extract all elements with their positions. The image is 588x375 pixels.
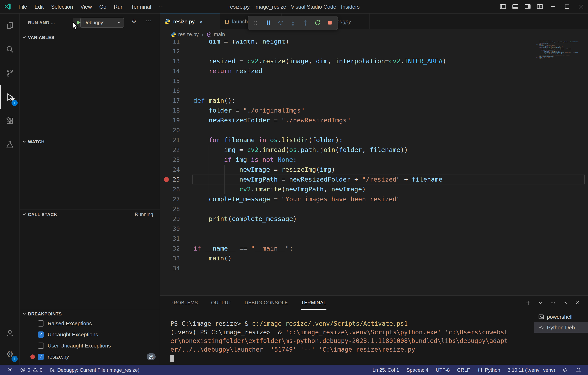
customize-layout-icon[interactable] bbox=[534, 0, 546, 13]
terminal-item-python-debug[interactable]: Python Deb... bbox=[534, 322, 588, 333]
remote-indicator-icon[interactable] bbox=[4, 365, 16, 375]
stop-icon[interactable] bbox=[324, 17, 336, 29]
gutter[interactable]: 17 bbox=[160, 96, 193, 106]
eol-status[interactable]: CRLF bbox=[454, 365, 473, 375]
sidebar-item-testing[interactable] bbox=[0, 133, 20, 157]
code-line-16[interactable]: 16 bbox=[160, 86, 588, 96]
minimize-icon[interactable] bbox=[546, 0, 560, 13]
account-icon[interactable] bbox=[0, 323, 20, 343]
menu-edit[interactable]: Edit bbox=[31, 1, 47, 12]
breadcrumb-symbol[interactable]: main bbox=[206, 32, 225, 37]
breakpoint-item-user-uncaught-exceptions[interactable]: User Uncaught Exceptions bbox=[20, 340, 160, 351]
toggle-sidebar-icon[interactable] bbox=[497, 0, 509, 13]
gutter[interactable]: 23 bbox=[160, 155, 193, 165]
breakpoint-checkbox[interactable] bbox=[38, 320, 44, 327]
sidebar-item-source-control[interactable] bbox=[0, 61, 20, 85]
code-line-29[interactable]: 29print(complete_message) bbox=[160, 214, 588, 224]
close-tab-icon[interactable]: × bbox=[200, 18, 203, 25]
tab-resize-py[interactable]: resize.py × bbox=[160, 13, 220, 29]
gutter[interactable]: 29 bbox=[160, 214, 193, 224]
gutter[interactable]: 11 bbox=[160, 40, 193, 46]
step-over-icon[interactable] bbox=[274, 17, 287, 29]
gutter[interactable]: 14 bbox=[160, 66, 193, 76]
menu-view[interactable]: View bbox=[77, 1, 96, 12]
pause-icon[interactable] bbox=[262, 17, 274, 29]
problems-status[interactable]: 0 0 bbox=[17, 365, 45, 375]
step-out-icon[interactable] bbox=[299, 17, 311, 29]
gutter[interactable]: 22 bbox=[160, 145, 193, 155]
code-line-11[interactable]: 11dim = (width, height) bbox=[160, 40, 588, 46]
panel-tab-terminal[interactable]: TERMINAL bbox=[301, 296, 326, 310]
menu-overflow[interactable]: ⋯ bbox=[155, 1, 168, 12]
cursor-position[interactable]: Ln 25, Col 1 bbox=[369, 365, 402, 375]
notifications-bell-icon[interactable] bbox=[573, 365, 584, 375]
new-terminal-icon[interactable] bbox=[524, 299, 532, 307]
gutter[interactable]: 15 bbox=[160, 76, 193, 86]
debug-settings-gear-icon[interactable]: ⚙ bbox=[131, 18, 136, 25]
menu-terminal[interactable]: Terminal bbox=[127, 1, 155, 12]
gutter[interactable]: 13 bbox=[160, 56, 193, 66]
panel-tab-problems[interactable]: PROBLEMS bbox=[170, 296, 198, 310]
gutter[interactable]: 30 bbox=[160, 224, 193, 234]
gutter[interactable]: 24 bbox=[160, 165, 193, 175]
code-editor[interactable]: 11dim = (width, height)1213resized = cv2… bbox=[160, 40, 588, 295]
variables-section-header[interactable]: VARIABLES bbox=[20, 33, 160, 42]
step-into-icon[interactable] bbox=[287, 17, 299, 29]
breakpoints-section-header[interactable]: BREAKPOINTS bbox=[20, 309, 160, 318]
gutter[interactable]: 33 bbox=[160, 253, 193, 263]
gutter[interactable]: 25 bbox=[160, 175, 193, 184]
code-line-26[interactable]: 26cv2.imwrite(newImgPath, newImage) bbox=[160, 184, 588, 194]
sidebar-item-extensions[interactable] bbox=[0, 109, 20, 133]
gutter[interactable]: 28 bbox=[160, 204, 193, 214]
code-line-24[interactable]: 24newImage = resizeImg(img) bbox=[160, 165, 588, 175]
restart-icon[interactable] bbox=[311, 17, 324, 29]
debug-configuration-dropdown[interactable]: Debugpy: bbox=[81, 18, 124, 28]
menu-go[interactable]: Go bbox=[96, 1, 110, 12]
code-line-25[interactable]: 25newImgPath = newResizedFolder + "/resi… bbox=[160, 175, 588, 184]
maximize-icon[interactable] bbox=[560, 0, 574, 13]
code-line-34[interactable]: 34 bbox=[160, 263, 588, 273]
encoding-status[interactable]: UTF-8 bbox=[433, 365, 453, 375]
breadcrumb-file[interactable]: resize.py bbox=[171, 32, 199, 37]
sidebar-item-explorer[interactable] bbox=[0, 13, 20, 37]
breakpoint-checkbox[interactable] bbox=[38, 343, 44, 349]
breakpoint-item-uncaught-exceptions[interactable]: Uncaught Exceptions bbox=[20, 329, 160, 340]
code-line-30[interactable]: 30 bbox=[160, 224, 588, 234]
toggle-panel-icon[interactable] bbox=[509, 0, 522, 13]
terminal-item-powershell[interactable]: powershell bbox=[534, 311, 588, 322]
code-line-12[interactable]: 12 bbox=[160, 46, 588, 56]
code-line-14[interactable]: 14return resized bbox=[160, 66, 588, 76]
menu-file[interactable]: File bbox=[15, 1, 31, 12]
code-line-21[interactable]: 21for filename in os.listdir(folder): bbox=[160, 135, 588, 145]
code-line-32[interactable]: 32if __name__ == "__main__": bbox=[160, 244, 588, 253]
gutter[interactable]: 21 bbox=[160, 135, 193, 145]
sidebar-item-run-and-debug[interactable]: 1 bbox=[0, 85, 20, 109]
panel-tab-output[interactable]: OUTPUT bbox=[211, 296, 231, 310]
breakpoint-checkbox[interactable] bbox=[38, 354, 44, 360]
code-line-28[interactable]: 28 bbox=[160, 204, 588, 214]
gutter[interactable]: 27 bbox=[160, 194, 193, 204]
toggle-secondary-sidebar-icon[interactable] bbox=[522, 0, 534, 13]
breakpoint-dot[interactable] bbox=[164, 177, 169, 182]
python-interpreter[interactable]: 3.10.11 ('.venv': venv) bbox=[505, 365, 558, 375]
code-line-31[interactable]: 31 bbox=[160, 234, 588, 244]
breakpoint-checkbox[interactable] bbox=[38, 332, 44, 338]
breakpoint-item-raised-exceptions[interactable]: Raised Exceptions bbox=[20, 318, 160, 329]
gutter[interactable]: 18 bbox=[160, 106, 193, 115]
terminal-output[interactable]: PS C:\image_resize> & c:/image_resize/.v… bbox=[160, 310, 534, 365]
terminal-dropdown-icon[interactable] bbox=[536, 299, 545, 307]
debug-status[interactable]: Debugpy: Current File (image_resize) bbox=[47, 365, 142, 375]
language-mode[interactable]: {} Python bbox=[474, 365, 503, 375]
breakpoint-item-resize-py[interactable]: resize.py25 bbox=[20, 351, 160, 362]
code-line-23[interactable]: 23if img is not None: bbox=[160, 155, 588, 165]
close-window-icon[interactable] bbox=[574, 0, 588, 13]
gutter[interactable]: 31 bbox=[160, 234, 193, 244]
settings-gear-icon[interactable]: ⚙ 1 bbox=[0, 343, 20, 365]
sidebar-item-search[interactable] bbox=[0, 37, 20, 61]
panel-tab-debug-console[interactable]: DEBUG CONSOLE bbox=[245, 296, 288, 310]
maximize-panel-icon[interactable] bbox=[561, 299, 569, 307]
panel-more-actions-icon[interactable] bbox=[549, 299, 557, 307]
gutter[interactable]: 20 bbox=[160, 125, 193, 135]
code-line-33[interactable]: 33main() bbox=[160, 253, 588, 263]
code-line-22[interactable]: 22img = cv2.imread(os.path.join(folder, … bbox=[160, 145, 588, 155]
